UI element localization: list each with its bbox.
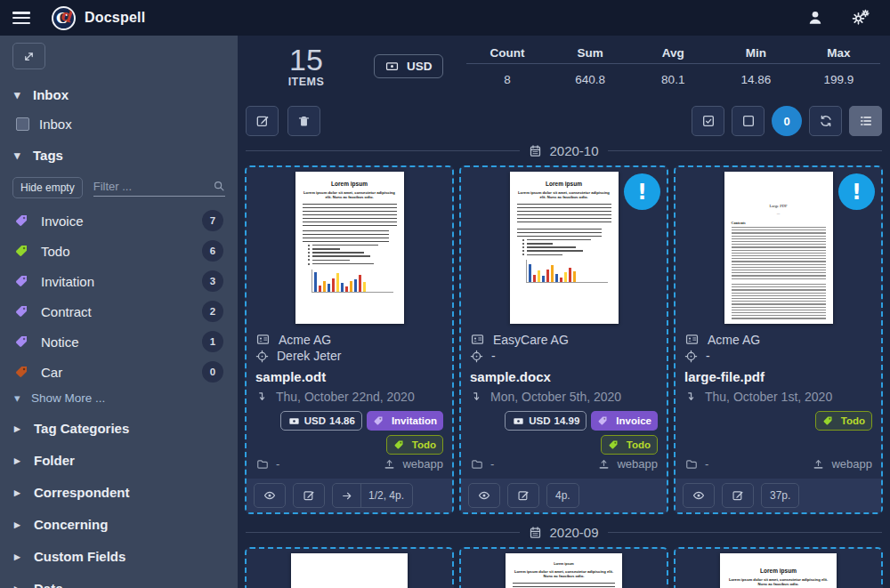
arrow-down-icon [255,391,268,404]
refresh-button[interactable] [809,106,842,136]
view-item-button[interactable] [254,483,286,508]
alert-exclamation-badge: ! [838,173,875,210]
item-card-sample-docx[interactable]: Lorem ipsum Lorem ipsum dolor sit amet, … [459,165,668,514]
items-counter: 15 ITEMS [247,44,365,89]
view-item-button[interactable] [683,483,715,508]
card-footer: 4p. [461,479,667,512]
main-content: 15 ITEMS USD Count Sum Avg Min Max 8 640… [238,36,890,588]
selected-count-badge: 0 [772,106,802,136]
alert-exclamation-badge: ! [624,173,660,210]
tag-icon [14,365,29,379]
tag-icon [14,334,29,349]
item-card-sample-odt[interactable]: Lorem ipsum Lorem ipsum dolor sit amet, … [245,165,454,514]
stats-col-sum: Sum [549,43,632,63]
currency-filter-button[interactable]: USD [374,54,443,78]
card-badges: USD 14.99 Invoice Todo [470,411,658,455]
folder-icon [684,458,699,471]
tag-item-car[interactable]: Car 0 [12,357,225,387]
eye-icon [692,489,706,502]
date-group-header: 2020-10 [246,143,882,158]
delete-items-button[interactable] [287,106,320,136]
tag-icon [822,415,837,426]
item-date-row: Thu, October 22nd, 2020 [255,390,443,404]
money-bill-icon [512,415,525,427]
deselect-all-button[interactable] [732,106,765,136]
folder-icon [255,458,270,471]
tag-count-badge: 2 [202,301,223,322]
next-attachment-button[interactable]: 1/2, 4p. [332,483,413,508]
items-toolbar: 0 [246,106,882,136]
sidebar-section-concerning[interactable]: ▸ Concerning [12,508,225,540]
tag-item-todo[interactable]: Todo 6 [12,236,225,266]
folder-source-row: - webapp [470,457,658,471]
tag-badge-todo: Todo [815,411,872,431]
correspondent-row: EasyCare AG [470,333,658,347]
item-card[interactable]: Lorem ipsum Lorem ipsum dolor sit amet, … [674,547,883,588]
list-view-toggle-button[interactable] [849,106,882,136]
concerning-row: - [684,349,872,363]
address-card-icon [684,333,700,346]
menu-hamburger-icon[interactable] [12,12,30,24]
document-preview: Large PDF — Contents ! [676,167,881,324]
caret-right-icon: ▸ [14,422,23,435]
inbox-checkbox[interactable] [16,117,29,131]
stats-val-avg: 80.1 [632,64,715,90]
upload-icon [597,458,611,471]
pages-label: 4p. [546,483,579,508]
sidebar-section-tag-categories[interactable]: ▸ Tag Categories [12,412,225,444]
pages-label: 37p. [761,483,799,508]
view-item-button[interactable] [468,483,500,508]
sidebar-section-custom-fields[interactable]: ▸ Custom Fields [12,540,225,572]
top-navbar: Cd Docspell [0,0,890,36]
search-icon [213,180,225,192]
sync-icon [819,114,833,128]
sidebar-section-date[interactable]: ▸ Date [12,572,225,588]
hide-empty-button[interactable]: Hide empty [12,177,83,198]
item-name: sample.odt [255,369,443,384]
tag-icon [14,244,29,258]
correspondent-row: Acme AG [255,333,443,347]
sidebar-section-tags[interactable]: ▾ Tags [12,139,225,172]
tag-item-invoice[interactable]: Invoice 7 [12,205,225,236]
select-all-button[interactable] [692,106,724,136]
toolbar-right: 0 [692,106,882,136]
sidebar-section-correspondent[interactable]: ▸ Correspondent [12,476,225,508]
tag-item-invitation[interactable]: Invitation 3 [12,266,225,296]
calendar-icon [529,144,542,157]
user-icon[interactable] [806,9,824,27]
trash-icon [297,114,311,128]
caret-right-icon: ▸ [14,518,23,531]
caret-down-icon: ▾ [14,88,23,101]
tag-filter-input[interactable] [93,180,213,193]
tag-item-notice[interactable]: Notice 1 [12,326,225,357]
edit-item-button[interactable] [722,483,754,508]
inbox-filter-item[interactable]: Inbox [12,111,225,139]
settings-gears-icon[interactable] [851,9,870,27]
stats-val-min: 14.86 [715,64,797,90]
tag-badge-invoice: Invoice [591,411,658,431]
stats-val-max: 199.9 [797,64,880,90]
tag-icon [14,213,29,228]
card-badges: Todo [684,411,872,455]
item-card[interactable]: Keywords in PDF — [245,547,454,588]
sidebar-section-inbox[interactable]: ▾ Inbox [12,78,225,111]
tag-icon [14,304,29,318]
tag-item-contract[interactable]: Contract 2 [12,296,225,326]
item-name: sample.docx [470,369,658,384]
concerning-row: Derek Jeter [255,349,443,363]
item-card-large-file-pdf[interactable]: Large PDF — Contents ! Acme AG [674,165,883,514]
caret-right-icon: ▸ [14,486,23,499]
edit-item-button[interactable] [293,483,325,508]
edit-items-button[interactable] [246,106,279,136]
item-card[interactable]: Lorem ipsum Lorem ipsum dolor sit amet, … [459,547,668,588]
stats-bar: 15 ITEMS USD Count Sum Avg Min Max 8 640… [244,41,884,97]
show-more-tags[interactable]: ▾ Show More ... [12,387,225,412]
preview-bar-chart [526,260,608,283]
sidebar-section-folder[interactable]: ▸ Folder [12,444,225,476]
item-date-row: Thu, October 1st, 2020 [684,390,872,404]
upload-icon [812,458,825,471]
edit-item-button[interactable] [507,483,539,508]
expand-sidebar-button[interactable] [12,43,45,69]
address-card-icon [470,333,485,346]
tag-icon [597,415,612,426]
